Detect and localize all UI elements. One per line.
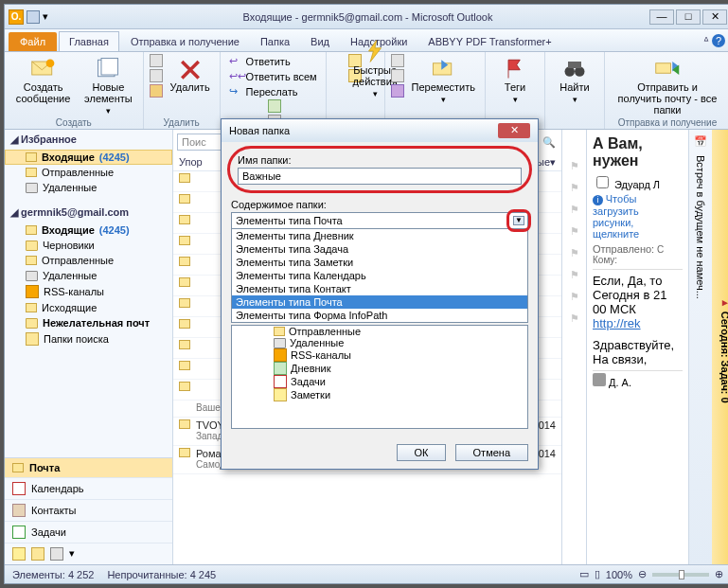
- nav-inbox[interactable]: Входящие (4245): [5, 223, 172, 238]
- combo-option[interactable]: Элементы типа Задача: [232, 242, 527, 256]
- search-icon[interactable]: 🔍: [541, 134, 558, 151]
- shortcuts-module-icon[interactable]: [50, 547, 63, 561]
- nav-inbox-fav[interactable]: Входящие (4245): [5, 150, 172, 165]
- module-calendar[interactable]: Календарь: [5, 478, 172, 500]
- new-message-button[interactable]: Создать сообщение: [10, 54, 76, 118]
- cleanup-icon[interactable]: [150, 69, 163, 82]
- ribbon-minimize-icon[interactable]: ᐞ ?: [698, 30, 728, 51]
- from-checkbox[interactable]: [596, 176, 609, 188]
- tab-home[interactable]: Главная: [59, 31, 119, 51]
- trash-icon: [26, 183, 38, 193]
- forward-button[interactable]: ↪Переслать: [226, 84, 320, 99]
- find-button[interactable]: Найти▾: [551, 54, 598, 107]
- nav-drafts[interactable]: Черновики: [5, 238, 172, 253]
- reply-button[interactable]: ↩Ответить: [226, 54, 320, 69]
- tree-item[interactable]: Удаленные: [270, 337, 527, 348]
- new-items-button[interactable]: Новые элементы▾: [80, 54, 136, 118]
- nav-search-folders[interactable]: Папки поиска: [5, 330, 172, 347]
- outbox-icon: [26, 303, 37, 312]
- ribbon-group-sendreceive: Отправить и получить почту - все папки О…: [605, 52, 728, 129]
- nav-sent-fav[interactable]: Отправленные: [5, 165, 172, 180]
- file-tab[interactable]: Файл: [9, 32, 57, 51]
- mail-module-icon: [12, 463, 24, 472]
- tree-item[interactable]: Заметки: [270, 388, 527, 401]
- combo-option-selected[interactable]: Элементы типа Почта: [232, 295, 527, 309]
- rules-icon[interactable]: [391, 69, 404, 82]
- today-bar[interactable]: ▸ Сегодня: Задач: 0: [712, 130, 728, 564]
- minimize-button[interactable]: —: [649, 9, 674, 25]
- tree-item[interactable]: Дневник: [270, 362, 527, 375]
- cancel-button[interactable]: Отмена: [455, 444, 528, 461]
- combo-option[interactable]: Элементы типа Дневник: [232, 229, 527, 242]
- flag-icon[interactable]: ⚑: [570, 247, 579, 259]
- nav-outbox[interactable]: Исходящие: [5, 300, 172, 315]
- folder-tree[interactable]: Отправленные Удаленные RSS-каналы Дневни…: [231, 325, 528, 429]
- move-button[interactable]: Переместить▾: [408, 54, 479, 107]
- flag-icon[interactable]: ⚑: [570, 291, 579, 303]
- meeting-icon[interactable]: [268, 99, 281, 113]
- nav-favorites-header[interactable]: ◢ Избранное: [5, 130, 172, 150]
- mail-icon: [179, 277, 190, 287]
- flag-icon[interactable]: ⚑: [570, 182, 579, 194]
- module-contacts[interactable]: Контакты: [5, 500, 172, 522]
- combo-option[interactable]: Элементы типа Заметки: [232, 256, 527, 269]
- flag-icon[interactable]: ⚑: [570, 225, 579, 238]
- tab-abbyy[interactable]: ABBYY PDF Transformer+: [418, 32, 560, 51]
- ignore-icon[interactable]: [150, 54, 163, 67]
- title-bar: O. ▾ Входящие - germnik5@gmail.com - Mic…: [5, 5, 728, 29]
- navigation-pane: ◢ Избранное Входящие (4245) Отправленные…: [5, 130, 173, 564]
- notes-module-icon[interactable]: [12, 547, 26, 561]
- tab-send-receive[interactable]: Отправка и получение: [121, 32, 249, 51]
- tree-item[interactable]: Задачи: [270, 375, 527, 388]
- ok-button[interactable]: ОК: [397, 444, 447, 461]
- new-folder-dialog: Новая папка ✕ Имя папки: Содержимое папк…: [221, 118, 539, 470]
- zoom-out-button[interactable]: ⊖: [638, 568, 647, 580]
- close-button[interactable]: ✕: [702, 9, 727, 25]
- save-icon[interactable]: [27, 10, 40, 24]
- todo-bar-collapsed[interactable]: 📅 Встреч в будущем не намеч...: [689, 130, 712, 564]
- send-receive-button[interactable]: Отправить и получить почту - все папки: [611, 54, 724, 117]
- nav-deleted[interactable]: Удаленные: [5, 268, 172, 283]
- module-mail[interactable]: Почта: [5, 458, 172, 478]
- delete-button[interactable]: Удалить: [167, 54, 214, 98]
- onenote-icon[interactable]: [391, 84, 404, 98]
- folder-name-input[interactable]: [238, 168, 522, 185]
- modules-overflow-icon[interactable]: ▾: [69, 547, 75, 561]
- ribbon-group-respond: ↩Ответить ↩↩Ответить всем ↪Переслать: [221, 52, 327, 129]
- module-tasks[interactable]: Задачи: [5, 522, 172, 543]
- maximize-button[interactable]: □: [676, 9, 701, 25]
- reading-link[interactable]: http://rek: [593, 316, 683, 330]
- zoom-slider[interactable]: [652, 573, 709, 577]
- tab-view[interactable]: Вид: [301, 32, 339, 51]
- combo-option[interactable]: Элементы типа Календарь: [232, 269, 527, 282]
- dialog-close-button[interactable]: ✕: [498, 123, 530, 138]
- combo-option[interactable]: Элементы типа Форма InfoPath: [232, 309, 527, 322]
- view-reading-icon[interactable]: ▯: [595, 568, 600, 580]
- tree-item[interactable]: Отправленные: [270, 326, 527, 337]
- move2-icon[interactable]: [391, 54, 404, 67]
- folder-module-icon[interactable]: [31, 547, 44, 561]
- zoom-in-button[interactable]: ⊕: [715, 568, 723, 580]
- tab-folder[interactable]: Папка: [251, 32, 299, 51]
- flag-icon[interactable]: ⚑: [570, 269, 579, 281]
- view-normal-icon[interactable]: ▭: [579, 568, 589, 580]
- nav-rss[interactable]: RSS-каналы: [5, 283, 172, 300]
- nav-sent[interactable]: Отправленные: [5, 253, 172, 268]
- tree-item[interactable]: RSS-каналы: [270, 348, 527, 362]
- combo-option[interactable]: Элементы типа Контакт: [232, 282, 527, 295]
- mail-icon: [26, 225, 37, 235]
- nav-junk[interactable]: Нежелательная почт: [5, 315, 172, 330]
- junk-icon[interactable]: [150, 84, 163, 98]
- reply-icon: ↩: [229, 55, 242, 68]
- nav-account-header[interactable]: ◢ germnik5@gmail.com: [5, 203, 172, 223]
- reply-all-button[interactable]: ↩↩Ответить всем: [226, 69, 320, 84]
- content-type-combo[interactable]: Элементы типа Почта ▼: [231, 212, 528, 229]
- reading-infobar[interactable]: i Чтобы загрузить рисунки, щелкните: [593, 193, 683, 240]
- flag-icon[interactable]: ⚑: [570, 312, 579, 325]
- nav-deleted-fav[interactable]: Удаленные: [5, 180, 172, 195]
- tags-button[interactable]: Теги▾: [491, 54, 539, 107]
- qat-dropdown-icon[interactable]: ▾: [43, 10, 48, 23]
- mail-icon: [179, 361, 190, 370]
- flag-icon[interactable]: ⚑: [570, 160, 579, 172]
- flag-icon[interactable]: ⚑: [570, 204, 579, 216]
